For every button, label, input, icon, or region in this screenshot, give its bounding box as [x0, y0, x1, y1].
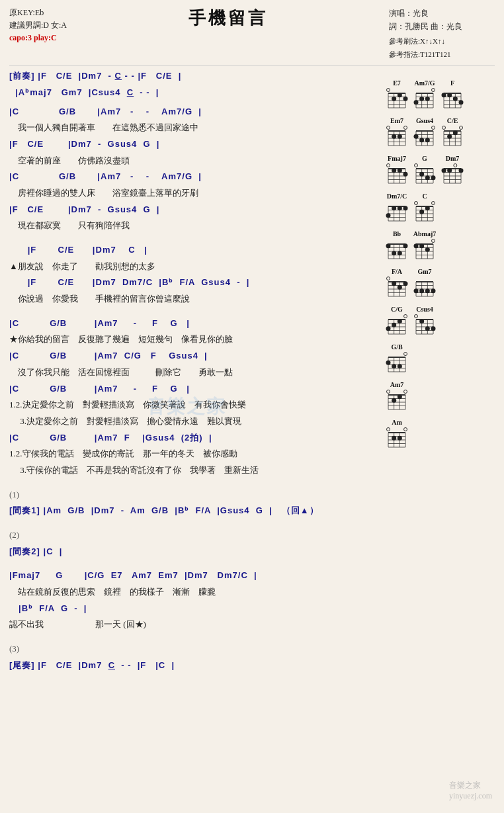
suggest: 建議男調:D 女:A — [9, 19, 67, 32]
line: 空著的前座 仿佛路沒盡頭 — [9, 153, 376, 169]
svg-point-122 — [442, 168, 446, 173]
chord-name: Abmaj7 — [413, 230, 436, 237]
line: 站在鏡前反復的思索 鏡裡 的我樣子 漸漸 朦朧 — [9, 584, 376, 601]
singer-label: 演唱：光良 — [389, 7, 495, 20]
svg-point-24 — [414, 100, 419, 105]
chord-name: Dm7/C — [387, 193, 407, 200]
chord-diagrams: E7Am7/GFEm7Gsus4C/EFmaj7GDm7Dm7/CCBbAbma… — [385, 79, 497, 456]
svg-point-151 — [419, 210, 424, 214]
line: 沒了你我只能 活在回憶裡面 刪除它 勇敢一點 — [9, 364, 376, 381]
strum1: 參考刷法:X↑↓X↑↓ — [389, 35, 495, 48]
chord-diagram-row: Am — [385, 419, 497, 450]
line: |F C/E |Dm7 C | — [9, 242, 376, 259]
line: |C G/B |Am7 - F G | — [9, 381, 376, 398]
svg-point-139 — [403, 206, 408, 210]
chord-grid — [385, 126, 409, 148]
chord-diagram-row: C/GCsus4 — [385, 306, 497, 337]
line: |C G/B |Am7 C/G F Gsus4 | — [9, 348, 376, 364]
chord-grid — [385, 201, 409, 224]
chord-box: E7 — [385, 79, 409, 110]
line: [間奏1] |Am G/B |Dm7 - Am G/B |Bᵇ F/A |Gsu… — [9, 503, 376, 519]
svg-point-54 — [398, 134, 402, 139]
line: 3.守候你的電話 不再是我的寄託沒有了你 我學著 重新生活 — [9, 462, 376, 479]
line: 你說過 你愛我 手機裡的留言你曾這麼說 — [9, 291, 376, 308]
line: [尾奏] |F C/E |Dm7 C - - |F |C | — [9, 658, 376, 674]
section: (3)[尾奏] |F C/E |Dm7 C - - |F |C | — [9, 641, 376, 673]
svg-point-193 — [392, 281, 396, 286]
svg-point-111 — [431, 175, 436, 180]
line: |Bᵇ F/A G - | — [9, 601, 376, 617]
chord-box: F/A — [385, 268, 409, 299]
section: [前奏] |F C/E |Dm7 - C - - |F C/E | |Aᵇmaj… — [9, 68, 376, 101]
chord-name: Fmaj7 — [388, 155, 406, 162]
chord-grid — [385, 163, 409, 186]
line: 3.決定愛你之前 對愛輕描淡寫 擔心愛情永遠 難以實現 — [9, 413, 376, 430]
chord-diagram-row: Em7Gsus4C/E — [385, 117, 497, 148]
chord-box: Em7 — [385, 117, 409, 148]
chord-diagram-row: G/B — [385, 343, 497, 374]
chord-diagram-row: Am7 — [385, 381, 497, 412]
line: 1.2.決定愛你之前 對愛輕描淡寫 你微笑著說 有我你會快樂 — [9, 397, 376, 413]
chord-grid — [413, 163, 437, 186]
svg-point-180 — [425, 247, 430, 252]
chord-box: C/E — [441, 117, 464, 148]
chord-grid — [413, 277, 437, 299]
svg-point-40 — [453, 97, 458, 101]
chord-box: Bb — [385, 230, 409, 261]
chord-name: Bb — [393, 230, 401, 237]
svg-point-208 — [425, 288, 430, 293]
chord-name: Dm7 — [446, 155, 460, 162]
chord-name: Csus4 — [416, 306, 433, 313]
svg-point-235 — [419, 319, 424, 323]
svg-point-80 — [442, 126, 446, 130]
chord-diagram-row: F/AGm7 — [385, 268, 497, 299]
chord-box: Am7/G — [413, 79, 437, 110]
svg-point-38 — [442, 93, 446, 97]
svg-point-262 — [387, 390, 390, 394]
svg-point-152 — [425, 206, 430, 210]
strum2: 參考指法:T121T121 — [389, 48, 495, 61]
chord-grid — [413, 88, 437, 110]
svg-point-165 — [392, 251, 396, 255]
chord-grid — [441, 163, 464, 186]
line: 1.2.守候我的電話 變成你的寄託 那一年的冬天 被你感動 — [9, 446, 376, 462]
chord-box: Dm7/C — [385, 193, 409, 224]
svg-point-206 — [414, 288, 419, 293]
svg-point-55 — [404, 126, 407, 130]
lyric-label: 詞：孔勝民 曲：光良 — [389, 20, 495, 33]
svg-point-207 — [419, 288, 424, 293]
svg-point-234 — [415, 315, 418, 318]
svg-point-251 — [404, 353, 407, 356]
svg-point-209 — [431, 288, 436, 293]
chord-grid — [413, 239, 437, 261]
chord-name: Gm7 — [417, 268, 431, 275]
svg-point-81 — [447, 134, 452, 139]
svg-point-153 — [432, 202, 435, 205]
svg-point-25 — [419, 97, 424, 101]
svg-point-13 — [403, 97, 408, 101]
line: (2) — [9, 527, 376, 544]
chord-box: Fmaj7 — [385, 155, 409, 186]
chord-box: C — [413, 193, 437, 224]
chord-grid — [385, 352, 409, 374]
section: |Fmaj7 G |C/G E7 Am7 Em7 |Dm7 Dm7/C | 站在… — [9, 568, 376, 633]
main-content: [前奏] |F C/E |Dm7 - C - - |F C/E | |Aᵇmaj… — [9, 68, 376, 673]
chord-box: G/B — [385, 343, 409, 374]
section: |C G/B |Am7 - F G |★你給我的留言 反復聽了幾遍 短短幾句 像… — [9, 316, 376, 479]
svg-point-278 — [398, 436, 402, 441]
chord-name: G — [422, 155, 427, 162]
section: |C G/B |Am7 - - Am7/G | 我一個人獨自開著車 在這熟悉不過… — [9, 104, 376, 235]
svg-point-26 — [425, 97, 430, 101]
svg-point-264 — [398, 394, 402, 399]
svg-point-263 — [392, 398, 396, 403]
svg-point-178 — [414, 243, 419, 248]
svg-point-250 — [398, 364, 402, 368]
chord-name: C/E — [447, 117, 458, 124]
svg-point-12 — [398, 93, 402, 97]
line: |C G/B |Am7 - F G | — [9, 316, 376, 332]
chord-diagram-row: BbAbmaj7 — [385, 230, 497, 261]
svg-point-41 — [459, 100, 464, 105]
chord-box: Gm7 — [413, 268, 437, 299]
chord-grid — [385, 390, 409, 412]
chord-box: G — [413, 155, 437, 186]
